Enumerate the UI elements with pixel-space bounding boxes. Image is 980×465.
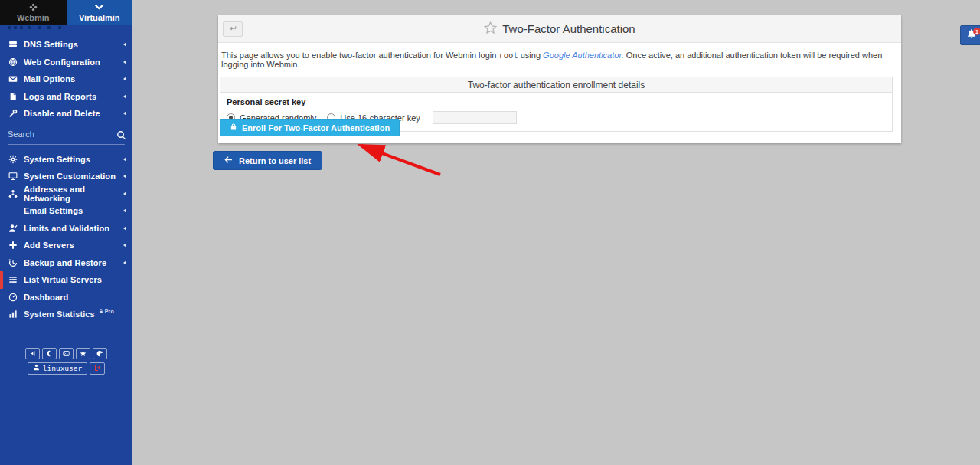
plus-icon [8,241,18,251]
sidebar-tabs: Webmin Virtualmin [0,0,132,25]
favorites-button[interactable] [76,348,90,359]
card-header: Two-Factor Authentication [218,15,901,43]
sidebar-footer: linuxuser [0,348,132,375]
caret-left-icon [123,60,126,64]
network-icon [8,188,18,198]
sidebar-item-label: System Customization [24,172,116,181]
caret-left-icon [123,192,126,196]
sidebar-item-list-virtual-servers[interactable]: List Virtual Servers [0,271,132,289]
sidebar-item-label: Add Servers [24,241,74,250]
sidebar-item-label: Limits and Validation [24,224,109,233]
sidebar-item-email-settings[interactable]: Email Settings [0,202,132,220]
webmin-logo-icon [28,2,38,12]
caret-left-icon [123,157,126,162]
caret-left-icon [123,94,126,99]
arrow-left-icon [224,156,233,165]
sidebar-item-dns-settings[interactable]: DNS Settings [0,36,132,54]
lock-icon [230,123,237,133]
clipped-menu-item [0,25,132,36]
current-user-label: linuxuser [43,364,82,372]
search-input[interactable] [8,129,116,139]
sidebar-item-backup-and-restore[interactable]: Backup and Restore [0,254,132,272]
page-description: This page allows you to enable two-facto… [218,43,901,75]
enroll-button-label: Enroll For Two-Factor Authentication [242,123,390,133]
sidebar-item-addresses-and-networking[interactable]: Addresses and Networking [0,185,132,203]
panel-title: Two-factor authentication enrollment det… [220,77,892,93]
pie-chart-icon [96,348,103,359]
sidebar-item-label: Mail Options [24,74,75,84]
collapse-sidebar-button[interactable] [25,348,40,359]
return-arrow-icon [228,24,237,35]
sidebar-item-label: Backup and Restore [24,258,106,267]
current-user-button[interactable]: linuxuser [28,362,87,375]
sidebar-item-limits-and-validation[interactable]: Limits and Validation [0,220,132,237]
user-icon [33,364,40,372]
moon-icon [46,348,53,359]
enroll-button[interactable]: Enroll For Two-Factor Authentication [220,119,400,136]
caret-left-icon [123,111,126,116]
sidebar-item-dashboard[interactable]: Dashboard [0,289,132,306]
return-button-label: Return to user list [239,156,311,165]
notification-count-badge: 1 [973,28,980,35]
google-authenticator-link[interactable]: Google Authenticator. [543,51,624,60]
sidebar-item-disable-and-delete[interactable]: Disable and Delete [0,105,132,123]
sidebar-item-label: Email Settings [24,206,83,215]
server-icon [8,40,18,50]
notifications-button[interactable]: 1 [960,25,980,45]
sidebar-item-system-statistics[interactable]: System StatisticsPro [0,306,132,323]
star-icon [80,348,87,359]
caret-left-icon [123,260,126,265]
sidebar-search [8,125,125,145]
tab-virtualmin[interactable]: Virtualmin [67,0,133,25]
page-title: Two-Factor Authentication [502,22,635,35]
caret-left-icon [123,77,126,81]
two-factor-card: Two-Factor Authentication This page allo… [218,15,901,143]
sidebar-item-system-settings[interactable]: System Settings [0,151,132,169]
pro-badge: Pro [99,309,114,314]
list-icon [8,275,18,285]
sidebar-item-label: Logs and Reports [24,92,96,101]
logout-button[interactable] [90,362,105,375]
logout-icon [93,362,101,374]
secret-key-input[interactable] [433,111,517,124]
sidebar-item-mail-options[interactable]: Mail Options [0,70,132,88]
caret-left-icon [123,243,126,247]
sidebar-item-web-configuration[interactable]: Web Configuration [0,54,132,71]
favorite-star-icon[interactable] [484,21,497,37]
envelope-icon [8,206,18,216]
caret-left-icon [123,42,126,47]
theme-options-button[interactable] [93,348,107,359]
login-name: root [498,51,518,60]
terminal-icon [63,348,70,359]
sidebar-item-label: System Settings [24,155,90,164]
dashboard-icon [8,292,18,302]
globe-icon [8,57,18,67]
sidebar-item-label: List Virtual Servers [24,275,102,284]
file-icon [8,91,18,101]
tab-virtualmin-label: Virtualmin [79,13,120,22]
search-icon[interactable] [116,129,126,139]
sidebar: Webmin Virtualmin DNS SettingsWeb Config… [0,0,132,465]
mail-icon [8,74,18,84]
night-mode-button[interactable] [42,348,57,359]
tab-webmin[interactable]: Webmin [0,0,67,25]
collapse-icon [29,348,36,359]
gear-icon [8,154,18,164]
sidebar-item-label: Disable and Delete [24,109,100,118]
return-to-user-list-button[interactable]: Return to user list [213,151,322,170]
sidebar-item-label: DNS Settings [24,40,78,49]
sidebar-item-logs-and-reports[interactable]: Logs and Reports [0,88,132,106]
display-icon [8,172,18,182]
sidebar-item-label: System Statistics [24,309,95,319]
tab-webmin-label: Webmin [17,13,50,22]
wrench-icon [8,109,18,119]
caret-left-icon [123,226,126,231]
back-button[interactable] [223,21,243,37]
sidebar-menu-top: DNS SettingsWeb ConfigurationMail Option… [0,36,132,123]
sidebar-item-system-customization[interactable]: System Customization [0,168,132,185]
main-content: Two-Factor Authentication This page allo… [132,0,980,465]
sidebar-menu-bottom: System SettingsSystem CustomizationAddre… [0,151,132,323]
sidebar-item-add-servers[interactable]: Add Servers [0,237,132,254]
terminal-button[interactable] [59,348,74,359]
sidebar-item-label: Dashboard [24,293,68,302]
